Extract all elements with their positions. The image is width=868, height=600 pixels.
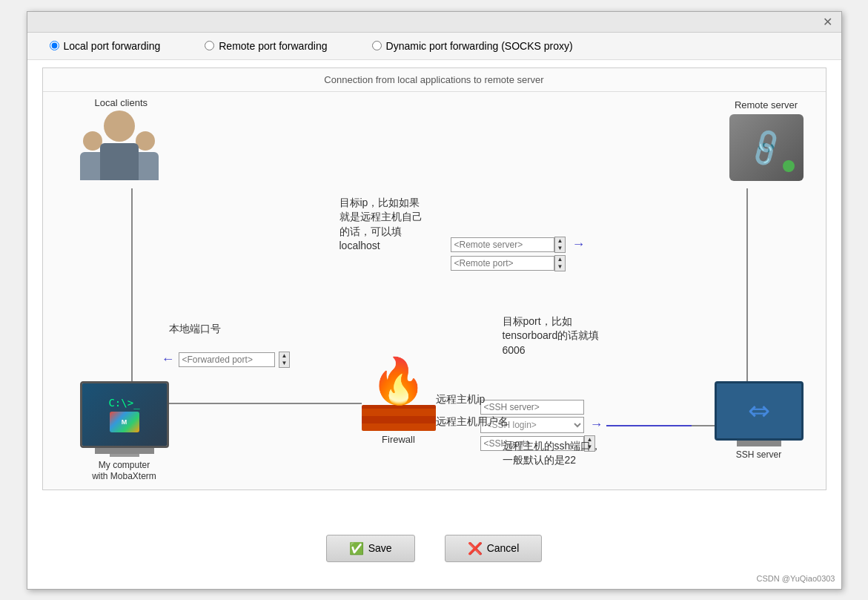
spin-down3[interactable]: ▼ <box>279 360 290 367</box>
radio-remote-input[interactable] <box>205 41 214 50</box>
save-icon: ✅ <box>349 541 364 556</box>
computer-base <box>95 448 154 454</box>
radio-dynamic-label: Dynamic port forwarding (SOCKS proxy) <box>386 40 573 52</box>
spin-down2[interactable]: ▼ <box>555 263 566 271</box>
diagram-container: Connection from local applications to re… <box>42 67 826 490</box>
spin-up[interactable]: ▲ <box>555 237 566 245</box>
arrow-right-icon: → <box>572 237 585 252</box>
radio-options-bar: Local port forwarding Remote port forwar… <box>27 33 841 60</box>
radio-local-label: Local port forwarding <box>64 40 161 52</box>
radio-remote[interactable]: Remote port forwarding <box>205 40 327 52</box>
save-label: Save <box>368 542 392 554</box>
watermark: CSDN @YuQiao0303 <box>757 574 835 583</box>
annotation-remote-user: 远程主机用户名 <box>436 415 508 429</box>
firewall-area: 🔥 Firewall <box>362 359 436 445</box>
server-box: 🔗 <box>729 114 804 181</box>
person-main <box>100 111 139 180</box>
connection-label: Connection from local applications to re… <box>43 68 826 92</box>
button-row: ✅ Save ❌ Cancel <box>27 520 841 577</box>
firewall-bricks <box>362 405 436 431</box>
spin-down[interactable]: ▼ <box>555 245 566 252</box>
ssh-server-area: ⇔ SSH server <box>715 381 804 460</box>
ssh-server-row <box>480 400 603 415</box>
radio-remote-label: Remote port forwarding <box>219 40 327 52</box>
remote-server-label: Remote server <box>729 99 804 111</box>
arrows-icon: ⇔ <box>748 395 770 426</box>
firewall-label: Firewall <box>362 434 436 445</box>
remote-server-row: ▲ ▼ → <box>451 237 586 253</box>
ssh-server-label: SSH server <box>715 449 804 460</box>
spin-up2[interactable]: ▲ <box>555 256 566 263</box>
title-bar: ✕ <box>27 12 841 33</box>
radio-local-input[interactable] <box>50 41 59 50</box>
link-icon: 🔗 <box>744 125 789 169</box>
remote-port-input[interactable] <box>451 256 554 271</box>
forwarded-port-area: ← ▲ ▼ <box>162 352 291 368</box>
arrow-left-icon: ← <box>162 352 175 367</box>
cancel-button[interactable]: ❌ Cancel <box>445 535 543 562</box>
computer-screen: C:\>_ M <box>80 381 169 448</box>
annotation-target-port: 目标port，比如 tensorboard的话就填 6006 <box>503 314 600 358</box>
save-button[interactable]: ✅ Save <box>326 535 415 562</box>
fire-icon: 🔥 <box>362 359 436 403</box>
computer-stand <box>110 454 139 457</box>
forwarded-port-spinner[interactable]: ▲ ▼ <box>279 352 291 368</box>
ssh-server-base <box>737 441 781 446</box>
screen-inner: C:\>_ M <box>82 383 167 446</box>
annotation-ssh-port: 远程主机的ssh端口， 一般默认的是22 <box>503 439 602 468</box>
remote-server-input[interactable] <box>451 237 554 252</box>
ssh-server-screen: ⇔ <box>715 381 804 441</box>
radio-dynamic[interactable]: Dynamic port forwarding (SOCKS proxy) <box>372 40 573 52</box>
main-dialog: ✕ Local port forwarding Remote port forw… <box>27 11 842 590</box>
radio-dynamic-input[interactable] <box>372 41 382 50</box>
people-group <box>80 111 159 180</box>
remote-server-spinner[interactable]: ▲ ▼ <box>554 237 566 253</box>
cancel-label: Cancel <box>487 542 520 554</box>
ssh-arrow-right: → <box>590 417 603 432</box>
annotation-remote-ip: 远程主机ip <box>436 392 486 407</box>
remote-fields: ▲ ▼ → ▲ ▼ <box>451 237 586 271</box>
close-button[interactable]: ✕ <box>820 15 835 29</box>
annotation-local-port: 本地端口号 <box>169 322 221 337</box>
remote-server-area: Remote server 🔗 <box>729 99 804 181</box>
remote-port-row: ▲ ▼ <box>451 255 586 271</box>
diagram-inner: Local clients <box>43 92 826 485</box>
radio-local[interactable]: Local port forwarding <box>50 40 161 52</box>
spin-up3[interactable]: ▲ <box>279 352 290 360</box>
ssh-server-input[interactable] <box>480 400 584 415</box>
my-computer-label: My computer with MobaXterm <box>80 460 169 483</box>
local-clients-label: Local clients <box>95 96 148 109</box>
diagram-area: Connection from local applications to re… <box>27 60 841 520</box>
forwarded-port-input[interactable] <box>179 352 275 367</box>
annotation-target-ip: 目标ip，比如如果 就是远程主机自己 的话，可以填 localhost <box>339 196 423 254</box>
remote-port-spinner[interactable]: ▲ ▼ <box>554 255 566 271</box>
my-computer-area: C:\>_ M My computer with MobaXterm <box>80 381 169 483</box>
cancel-icon: ❌ <box>468 541 483 556</box>
